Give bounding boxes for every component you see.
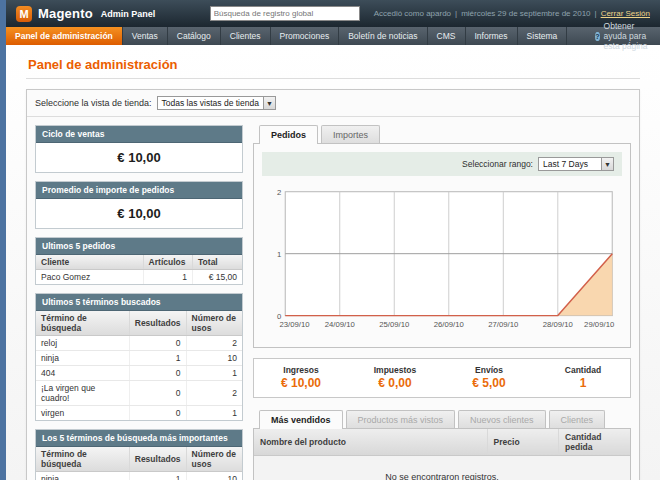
nav-item-customers[interactable]: Clientes: [221, 27, 271, 45]
cell-results: 0: [129, 381, 186, 406]
app-window: M Magento Admin Panel Accedió como apard…: [0, 0, 660, 480]
table-row: ninja 1 10: [36, 472, 242, 480]
chevron-down-icon: ▼: [601, 158, 613, 170]
nav-item-sales[interactable]: Ventas: [123, 27, 168, 45]
cell-uses: 10: [186, 472, 242, 480]
store-view-bar: Seleccione la vista de tienda: Todas las…: [27, 90, 639, 117]
main-nav: Panel de administración Ventas Catálogo …: [6, 27, 660, 45]
logout-link[interactable]: Cerrar Sesión: [601, 9, 650, 18]
help-icon: ?: [595, 32, 599, 41]
col-term: Término de búsqueda: [36, 311, 129, 336]
nav-item-system[interactable]: Sistema: [518, 27, 568, 45]
top-search-table: Término de búsqueda Resultados Número de…: [36, 447, 242, 480]
tab-new-customers[interactable]: Nuevos clientes: [458, 410, 546, 428]
last-search-table: Término de búsqueda Resultados Número de…: [36, 311, 242, 420]
panel-average-order: Promedio de importe de pedidos € 10,00: [35, 181, 243, 229]
panel-sales-cycle: Ciclo de ventas € 10,00: [35, 125, 243, 173]
global-search-input[interactable]: [210, 6, 360, 21]
cell-uses: 2: [186, 336, 242, 351]
nav-item-promotions[interactable]: Promociones: [271, 27, 340, 45]
cell-uses: 10: [186, 351, 242, 366]
table-header-row: Término de búsqueda Resultados Número de…: [36, 447, 242, 472]
help-label: Obtener ayuda para esta página: [604, 21, 650, 51]
total-value: € 10,00: [254, 376, 348, 390]
panel-title: Los 5 términos de búsqueda más important…: [36, 430, 242, 447]
nav-item-dashboard[interactable]: Panel de administración: [6, 27, 123, 45]
svg-text:28/09/10: 28/09/10: [543, 320, 573, 329]
col-customer: Cliente: [36, 255, 143, 270]
separator: |: [455, 9, 457, 18]
average-order-value: € 10,00: [36, 199, 242, 228]
total-label: Ingresos: [254, 365, 348, 375]
total-label: Envíos: [442, 365, 536, 375]
tab-amounts[interactable]: Importes: [321, 125, 380, 143]
store-view-select[interactable]: Todas las vistas de tienda ▼: [157, 96, 276, 110]
table-row: ¡La virgen que cuadro! 0 2: [36, 381, 242, 406]
tab-customers[interactable]: Clientes: [549, 410, 606, 428]
total-value: € 0,00: [348, 376, 442, 390]
table-row: Paco Gomez 1 € 15,00: [36, 270, 242, 285]
col-uses: Número de usos: [186, 311, 242, 336]
svg-text:24/09/10: 24/09/10: [325, 320, 355, 329]
total-revenue: Ingresos € 10,00: [254, 365, 348, 390]
col-qty-ordered: Cantidad pedida: [559, 429, 630, 456]
range-select[interactable]: Last 7 Days ▼: [538, 157, 614, 171]
products-table: Nombre del producto Precio Cantidad pedi…: [254, 429, 630, 456]
chevron-down-icon: ▼: [263, 97, 275, 109]
col-results: Resultados: [129, 311, 186, 336]
cell-results: 0: [129, 366, 186, 381]
logged-in-as: Accedió como apardo: [374, 9, 451, 18]
col-total: Total: [193, 255, 242, 270]
chart-tabs: Pedidos Importes: [253, 125, 631, 143]
range-label: Seleccionar rango:: [462, 159, 533, 169]
cell-term: virgen: [36, 406, 129, 421]
cell-total: € 15,00: [193, 270, 242, 285]
col-product-name: Nombre del producto: [254, 429, 487, 456]
total-label: Cantidad: [536, 365, 630, 375]
cell-term: reloj: [36, 336, 129, 351]
total-value: 1: [536, 376, 630, 390]
svg-text:26/09/10: 26/09/10: [434, 320, 464, 329]
dashboard-columns: Ciclo de ventas € 10,00 Promedio de impo…: [27, 117, 639, 480]
totals-bar: Ingresos € 10,00 Impuestos € 0,00 Envíos…: [253, 358, 631, 398]
panel-last-search-terms: Ultimos 5 términos buscados Término de b…: [35, 293, 243, 421]
nav-item-reports[interactable]: Informes: [466, 27, 518, 45]
svg-text:23/09/10: 23/09/10: [279, 320, 309, 329]
cell-term: ninja: [36, 351, 129, 366]
tab-orders[interactable]: Pedidos: [259, 125, 318, 144]
sales-cycle-value: € 10,00: [36, 143, 242, 172]
total-value: € 5,00: [442, 376, 536, 390]
nav-item-newsletter[interactable]: Boletín de noticias: [339, 27, 427, 45]
svg-text:25/09/10: 25/09/10: [379, 320, 409, 329]
panel-top-search-terms: Los 5 términos de búsqueda más important…: [35, 429, 243, 480]
help-link[interactable]: ? Obtener ayuda para esta página: [585, 27, 660, 45]
table-row: virgen 0 1: [36, 406, 242, 421]
nav-spacer: [567, 27, 585, 45]
panel-title: Ultimos 5 pedidos: [36, 238, 242, 255]
cell-results: 0: [129, 406, 186, 421]
panel-title: Ultimos 5 términos buscados: [36, 294, 242, 311]
nav-item-cms[interactable]: CMS: [428, 27, 466, 45]
col-results: Resultados: [129, 447, 186, 472]
cell-uses: 2: [186, 381, 242, 406]
orders-chart: 01223/09/1024/09/1025/09/1026/09/1027/09…: [262, 176, 622, 339]
table-row: ninja 1 10: [36, 351, 242, 366]
tab-bestsellers[interactable]: Más vendidos: [259, 410, 343, 429]
dashboard-box: Seleccione la vista de tienda: Todas las…: [26, 89, 640, 480]
content-area: Panel de administración Seleccione la vi…: [6, 45, 660, 480]
sidebar-stats: Ciclo de ventas € 10,00 Promedio de impo…: [35, 125, 243, 480]
svg-text:0: 0: [277, 312, 281, 321]
total-label: Impuestos: [348, 365, 442, 375]
total-shipping: Envíos € 5,00: [442, 365, 536, 390]
product-tabs: Más vendidos Productos más vistos Nuevos…: [253, 410, 631, 428]
tab-most-viewed[interactable]: Productos más vistos: [346, 410, 456, 428]
logo-title: Magento: [38, 6, 93, 21]
table-row: 404 0 1: [36, 366, 242, 381]
magento-logo-icon: M: [16, 6, 32, 22]
nav-item-catalog[interactable]: Catálogo: [168, 27, 221, 45]
panel-last-orders: Ultimos 5 pedidos Cliente Artículos Tota…: [35, 237, 243, 285]
total-quantity: Cantidad 1: [536, 365, 630, 390]
store-view-value: Todas las vistas de tienda: [158, 98, 263, 108]
col-items: Artículos: [143, 255, 192, 270]
col-uses: Número de usos: [186, 447, 242, 472]
